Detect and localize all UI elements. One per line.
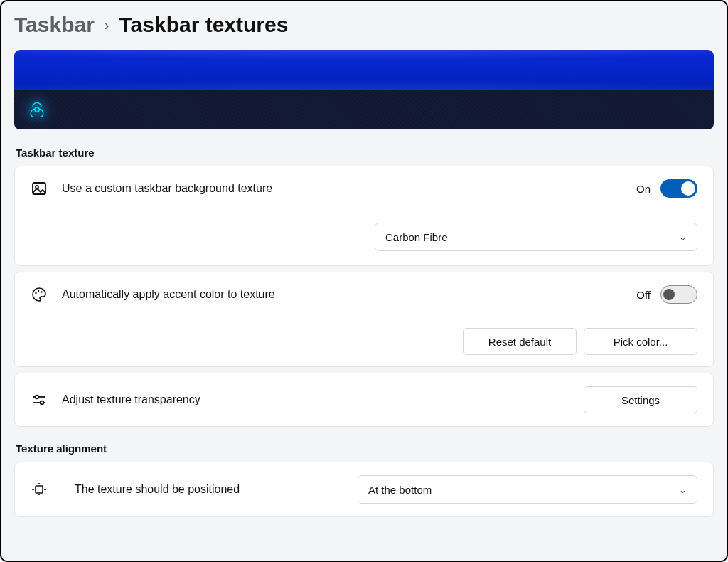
- section-title-texture: Taskbar texture: [16, 147, 714, 159]
- custom-texture-label: Use a custom taskbar background texture: [62, 182, 636, 195]
- card-transparency: Adjust texture transparency Settings: [14, 373, 714, 427]
- alignment-select-value: At the bottom: [368, 484, 432, 496]
- texture-select-value: Carbon Fibre: [385, 231, 448, 243]
- svg-point-7: [36, 396, 39, 399]
- reset-default-button[interactable]: Reset default: [463, 328, 577, 355]
- accent-color-toggle[interactable]: [660, 285, 697, 304]
- alignment-label: The texture should be positioned: [75, 483, 345, 496]
- svg-point-4: [38, 290, 39, 292]
- section-title-alignment: Texture alignment: [16, 442, 714, 455]
- sliders-icon: [31, 391, 48, 408]
- breadcrumb-parent[interactable]: Taskbar: [14, 13, 95, 37]
- chevron-down-icon: ⌄: [679, 484, 687, 495]
- align-bottom-icon: [31, 481, 48, 498]
- chevron-right-icon: ›: [105, 17, 109, 33]
- row-transparency: Adjust texture transparency Settings: [15, 373, 713, 426]
- svg-point-0: [35, 107, 39, 112]
- row-accent-color: Automatically apply accent color to text…: [15, 272, 713, 317]
- transparency-settings-button[interactable]: Settings: [584, 386, 697, 413]
- card-custom-texture: Use a custom taskbar background texture …: [14, 166, 714, 266]
- pick-color-button[interactable]: Pick color...: [584, 328, 697, 355]
- transparency-label: Adjust texture transparency: [62, 393, 584, 406]
- palette-icon: [31, 286, 48, 303]
- row-alignment: The texture should be positioned At the …: [15, 462, 713, 516]
- svg-point-3: [35, 292, 36, 294]
- accent-color-state: Off: [636, 289, 651, 301]
- card-alignment: The texture should be positioned At the …: [14, 462, 714, 517]
- row-texture-select: Carbon Fibre ⌄: [15, 211, 713, 265]
- custom-texture-toggle[interactable]: [660, 179, 697, 198]
- svg-point-9: [41, 401, 44, 405]
- taskbar-preview-bar: [14, 90, 714, 129]
- svg-rect-12: [36, 486, 43, 493]
- picture-icon: [31, 180, 48, 197]
- accent-color-label: Automatically apply accent color to text…: [62, 288, 636, 301]
- breadcrumb: Taskbar › Taskbar textures: [14, 13, 714, 37]
- custom-texture-state: On: [636, 183, 651, 195]
- svg-point-5: [41, 291, 42, 292]
- card-accent-color: Automatically apply accent color to text…: [14, 272, 714, 367]
- taskbar-preview: [14, 50, 714, 129]
- svg-rect-1: [33, 183, 46, 194]
- texture-select[interactable]: Carbon Fibre ⌄: [375, 223, 697, 251]
- biohazard-icon: [27, 100, 47, 120]
- wallpaper-preview: [14, 50, 714, 90]
- breadcrumb-current: Taskbar textures: [119, 13, 289, 37]
- row-accent-buttons: Reset default Pick color...: [15, 317, 713, 366]
- alignment-select[interactable]: At the bottom ⌄: [358, 475, 697, 504]
- row-custom-texture: Use a custom taskbar background texture …: [15, 166, 713, 211]
- chevron-down-icon: ⌄: [679, 232, 687, 243]
